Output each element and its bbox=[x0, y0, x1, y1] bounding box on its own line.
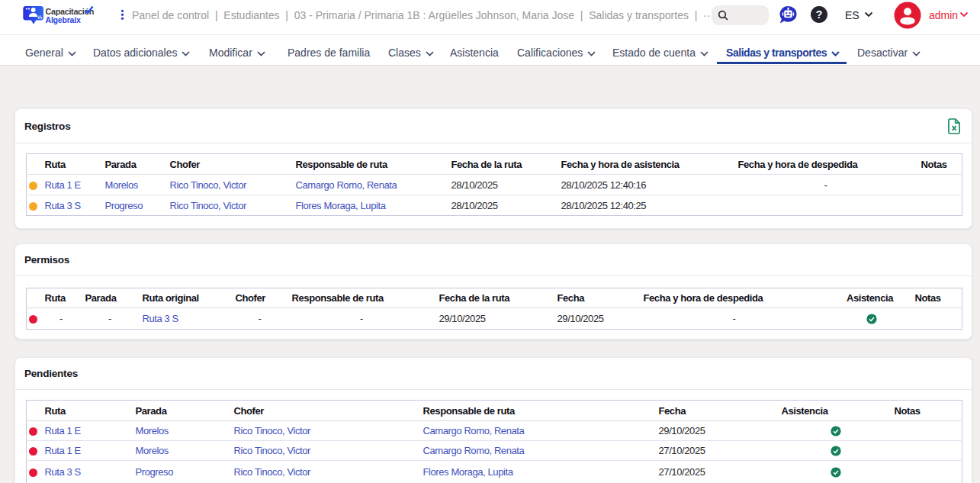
svg-text:Algebraix: Algebraix bbox=[46, 15, 81, 24]
